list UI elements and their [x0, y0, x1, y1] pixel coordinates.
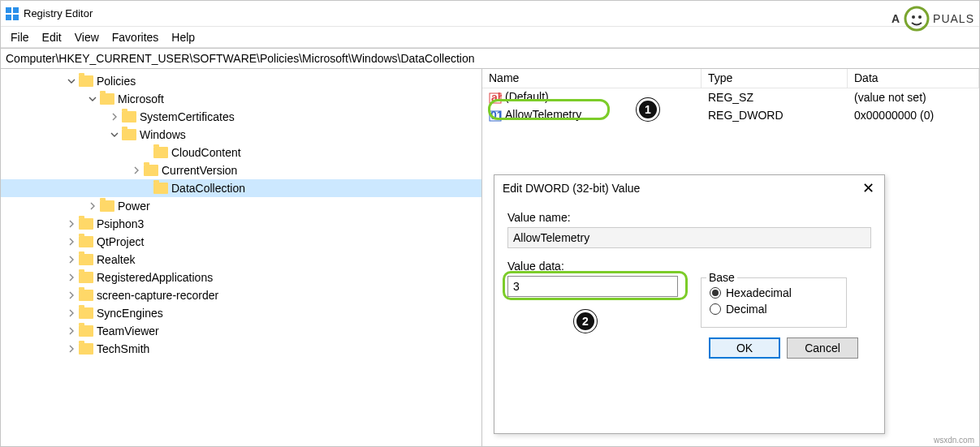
menu-file[interactable]: File [4, 29, 36, 45]
tree-item[interactable]: DataCollection [1, 179, 481, 197]
col-header-type[interactable]: Type [702, 69, 848, 88]
base-group-wrap: . Base Hexadecimal Decimal [701, 256, 847, 328]
tree-label: screen-capture-recorder [97, 289, 218, 302]
col-header-name[interactable]: Name [482, 69, 702, 88]
svg-point-8 [905, 7, 928, 30]
radio-hex[interactable]: Hexadecimal [710, 286, 838, 299]
tree-item[interactable]: SystemCertificates [1, 108, 481, 126]
chevron-none-icon[interactable] [140, 183, 152, 194]
svg-rect-2 [6, 15, 11, 20]
svg-point-10 [918, 15, 922, 19]
content-split: PoliciesMicrosoftSystemCertificatesWindo… [1, 69, 979, 446]
menu-view[interactable]: View [68, 29, 106, 45]
tree-view[interactable]: PoliciesMicrosoftSystemCertificatesWindo… [1, 69, 482, 446]
svg-text:011: 011 [490, 110, 502, 122]
annotation-callout-2: 2 [574, 310, 597, 333]
tree-item[interactable]: Windows [1, 126, 481, 144]
folder-icon [79, 236, 93, 247]
value-type: REG_DWORD [702, 109, 848, 122]
annotation-callout-1: 1 [637, 98, 659, 121]
svg-rect-0 [6, 7, 11, 13]
radio-dec-label: Decimal [726, 303, 767, 316]
tree-item[interactable]: CurrentVersion [1, 161, 481, 179]
chevron-right-icon[interactable] [87, 200, 98, 212]
svg-point-9 [912, 15, 915, 19]
chevron-down-icon[interactable] [66, 75, 77, 87]
brand-watermark: A PUALS [891, 4, 974, 33]
dialog-titlebar[interactable]: Edit DWORD (32-bit) Value ✕ [494, 175, 884, 201]
value-type: REG_SZ [702, 91, 848, 104]
chevron-right-icon[interactable] [66, 272, 77, 283]
tree-item[interactable]: CloudContent [1, 144, 481, 161]
folder-icon [122, 111, 136, 122]
list-item[interactable]: 011AllowTelemetryREG_DWORD0x00000000 (0) [482, 106, 979, 124]
folder-icon [79, 218, 93, 230]
menu-help[interactable]: Help [165, 29, 201, 45]
close-icon[interactable]: ✕ [852, 175, 884, 201]
tree-label: CloudContent [171, 146, 241, 159]
tree-item[interactable]: Psiphon3 [1, 215, 481, 233]
chevron-right-icon[interactable] [109, 111, 120, 122]
edit-dword-dialog: Edit DWORD (32-bit) Value ✕ Value name: … [494, 174, 885, 434]
tree-label: DataCollection [171, 182, 245, 195]
menu-edit[interactable]: Edit [36, 29, 68, 45]
svg-rect-3 [13, 15, 19, 20]
base-legend: Base [706, 271, 737, 284]
folder-icon [79, 254, 93, 265]
chevron-down-icon[interactable] [87, 93, 98, 105]
folder-icon [100, 200, 114, 212]
tree-item[interactable]: Power [1, 197, 481, 215]
dialog-body: Value name: AllowTelemetry Value data: 2… [494, 201, 884, 365]
col-header-data[interactable]: Data [848, 69, 979, 88]
tree-item[interactable]: Policies [1, 72, 481, 90]
folder-icon [153, 147, 168, 158]
menubar: File Edit View Favorites Help [1, 27, 979, 48]
tree-item[interactable]: Realtek [1, 251, 481, 269]
tree-label: Windows [140, 128, 186, 141]
tree-label: CurrentVersion [162, 164, 237, 177]
chevron-right-icon[interactable] [66, 307, 77, 319]
folder-icon [144, 165, 158, 176]
app-icon [6, 7, 19, 20]
tree-label: TeamViewer [97, 325, 159, 337]
tree-label: QtProject [97, 235, 144, 248]
chevron-right-icon[interactable] [66, 218, 77, 230]
svg-text:ab: ab [491, 92, 502, 104]
value-name: ab(Default) [482, 90, 702, 104]
tree-item[interactable]: RegisteredApplications [1, 269, 481, 286]
list-header[interactable]: Name Type Data [482, 69, 979, 88]
tree-label: Realtek [97, 253, 135, 266]
chevron-right-icon[interactable] [66, 236, 77, 247]
dialog-title-text: Edit DWORD (32-bit) Value [503, 182, 640, 195]
list-item[interactable]: ab(Default)REG_SZ(value not set) [482, 88, 979, 106]
folder-icon [79, 75, 93, 87]
tree-item[interactable]: TeamViewer [1, 322, 481, 340]
folder-icon [79, 343, 93, 355]
radio-dec[interactable]: Decimal [710, 303, 838, 316]
radio-hex-label: Hexadecimal [726, 286, 792, 299]
mascot-icon [902, 4, 931, 33]
chevron-right-icon[interactable] [66, 290, 77, 301]
chevron-right-icon[interactable] [131, 165, 142, 176]
menu-favorites[interactable]: Favorites [106, 29, 166, 45]
chevron-none-icon[interactable] [140, 147, 152, 158]
cancel-button[interactable]: Cancel [787, 337, 858, 359]
chevron-down-icon[interactable] [109, 129, 120, 140]
tree-item[interactable]: Microsoft [1, 90, 481, 108]
tree-item[interactable]: SyncEngines [1, 304, 481, 322]
value-data: 0x00000000 (0) [848, 109, 979, 122]
tree-item[interactable]: TechSmith [1, 340, 481, 358]
folder-icon [100, 93, 114, 105]
value-data-group: Value data: 2 [507, 256, 678, 328]
chevron-right-icon[interactable] [66, 254, 77, 265]
ok-button[interactable]: OK [709, 337, 780, 359]
chevron-right-icon[interactable] [66, 325, 77, 337]
chevron-right-icon[interactable] [66, 343, 77, 355]
address-bar[interactable]: Computer\HKEY_CURRENT_USER\SOFTWARE\Poli… [1, 48, 979, 69]
value-data-input[interactable] [507, 276, 678, 297]
titlebar[interactable]: Registry Editor [1, 1, 979, 27]
tree-item[interactable]: screen-capture-recorder [1, 286, 481, 304]
app-title: Registry Editor [24, 7, 93, 19]
tree-label: TechSmith [97, 342, 149, 355]
tree-item[interactable]: QtProject [1, 233, 481, 251]
